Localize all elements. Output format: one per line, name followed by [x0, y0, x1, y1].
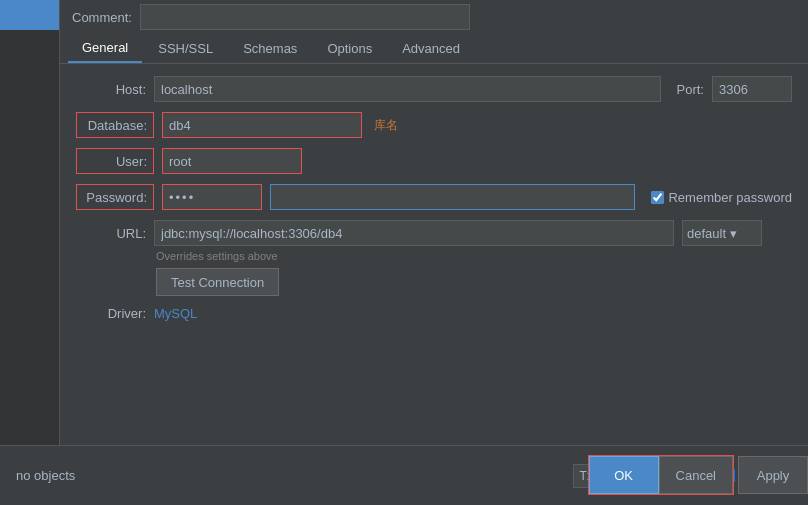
password-row: Password: Remember password	[76, 184, 792, 210]
overrides-text: Overrides settings above	[156, 250, 792, 262]
user-row: User:	[76, 148, 792, 174]
host-input[interactable]	[154, 76, 661, 102]
database-hint: 库名	[374, 117, 398, 134]
tab-advanced[interactable]: Advanced	[388, 34, 474, 63]
comment-label: Comment:	[72, 10, 132, 25]
url-label: URL:	[76, 226, 146, 241]
bottom-bar: no objects Tx: Auto ▾ Read-only Auto syn…	[0, 445, 808, 505]
comment-input[interactable]	[140, 4, 470, 30]
tab-sshssl[interactable]: SSH/SSL	[144, 34, 227, 63]
ok-button[interactable]: OK	[589, 456, 659, 494]
comment-row: Comment:	[60, 0, 808, 34]
main-form: Host: Port: Database: 库名 User:	[60, 64, 808, 333]
tabs-bar: General SSH/SSL Schemas Options Advanced	[60, 34, 808, 64]
password-full-input[interactable]	[270, 184, 635, 210]
driver-row: Driver: MySQL	[76, 306, 792, 321]
password-input[interactable]	[162, 184, 262, 210]
status-text: no objects	[16, 468, 75, 483]
remember-label: Remember password	[668, 190, 792, 205]
password-label-box: Password:	[76, 184, 154, 210]
database-row: Database: 库名	[76, 112, 792, 138]
remember-checkbox[interactable]	[651, 191, 664, 204]
driver-link[interactable]: MySQL	[154, 306, 197, 321]
left-panel	[0, 0, 60, 505]
url-dropdown-arrow: ▾	[730, 226, 737, 241]
user-label-box: User:	[76, 148, 154, 174]
test-connection-button[interactable]: Test Connection	[156, 268, 279, 296]
host-label: Host:	[76, 82, 146, 97]
cancel-button[interactable]: Cancel	[659, 456, 733, 494]
host-row: Host: Port:	[76, 76, 792, 102]
tab-options[interactable]: Options	[313, 34, 386, 63]
user-input[interactable]	[162, 148, 302, 174]
url-dropdown-value: default	[687, 226, 726, 241]
bottom-buttons: OK Cancel Apply	[588, 445, 808, 505]
password-label: Password:	[86, 190, 147, 205]
tab-general[interactable]: General	[68, 34, 142, 63]
port-input[interactable]	[712, 76, 792, 102]
apply-button[interactable]: Apply	[738, 456, 808, 494]
database-label-box: Database:	[76, 112, 154, 138]
url-input[interactable]	[154, 220, 674, 246]
main-window: Comment: General SSH/SSL Schemas Options…	[0, 0, 808, 505]
database-label: Database:	[88, 118, 147, 133]
left-panel-selected-item	[0, 0, 59, 30]
remember-wrap: Remember password	[651, 190, 792, 205]
driver-label: Driver:	[76, 306, 146, 321]
url-dropdown[interactable]: default ▾	[682, 220, 762, 246]
user-label: User:	[116, 154, 147, 169]
content-area: Comment: General SSH/SSL Schemas Options…	[60, 0, 808, 505]
url-row: URL: default ▾	[76, 220, 792, 246]
port-label: Port:	[677, 82, 704, 97]
tab-schemas[interactable]: Schemas	[229, 34, 311, 63]
database-input[interactable]	[162, 112, 362, 138]
ok-cancel-box: OK Cancel	[588, 455, 734, 495]
